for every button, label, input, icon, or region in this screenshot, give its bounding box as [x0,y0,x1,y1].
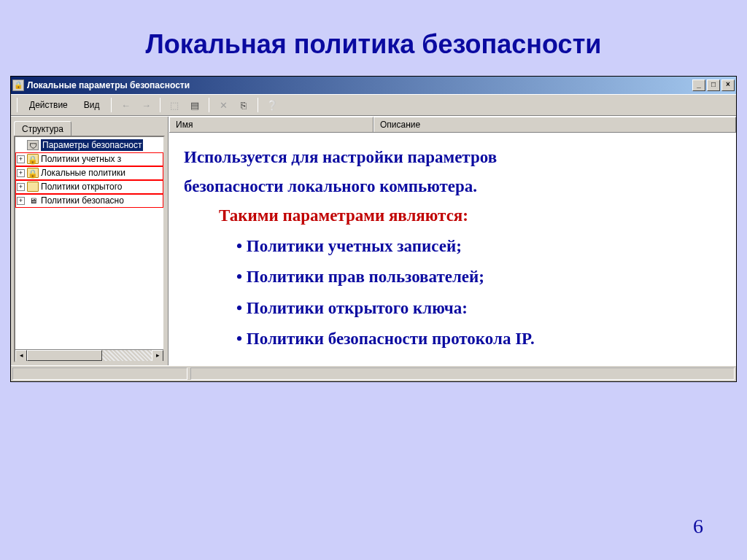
locked-folder-icon: 🔒 [27,154,39,164]
tree-node-local[interactable]: + 🔒 Локальные политики [15,166,163,180]
bullet-item: Политики учетных записей; [236,231,721,262]
back-button[interactable]: ← [117,97,133,113]
node-label: Политики учетных з [41,154,121,164]
shield-icon: 🛡 [27,140,39,150]
delete-icon[interactable]: ✕ [215,97,231,113]
close-button[interactable]: × [721,79,735,91]
scroll-track[interactable] [27,350,152,361]
expander-icon[interactable]: + [17,155,25,163]
ipsec-icon: 🖥 [27,195,39,206]
help-icon[interactable]: ❔ [264,97,280,113]
expander-icon[interactable]: + [17,197,25,205]
window-title: Локальные параметры безопасности [27,80,190,90]
status-cell [12,368,187,380]
up-icon[interactable]: ⬚ [166,97,182,113]
app-window: 🔒 Локальные параметры безопасности _ □ ×… [10,76,737,382]
maximize-button[interactable]: □ [707,79,720,91]
tree-node-root[interactable]: 🛡 Параметры безопасност [15,139,163,152]
expander-icon [17,141,25,149]
status-cell [190,368,735,380]
description-line2: безопасности локального компьютера. [184,172,721,201]
node-label: Политики открытого [41,182,123,192]
menu-view[interactable]: Вид [78,98,106,112]
folder-icon [27,182,39,192]
minimize-button[interactable]: _ [692,79,705,91]
scroll-right-button[interactable]: ▸ [152,350,163,362]
node-label: Локальные политики [41,168,125,178]
properties-icon[interactable]: ▤ [187,97,203,113]
scroll-left-button[interactable]: ◂ [15,350,27,362]
bullet-item: Политики прав пользователей; [236,262,721,293]
tree-node-ipsec[interactable]: + 🖥 Политики безопасно [15,194,163,208]
app-icon: 🔒 [12,79,24,91]
statusbar [11,365,736,381]
toolbar: Действие Вид ← → ⬚ ▤ ✕ ⎘ ❔ [11,94,736,116]
expander-icon[interactable]: + [17,183,25,191]
column-name[interactable]: Имя [169,117,374,132]
slide-title: Локальная политика безопасности [0,0,747,76]
column-desc[interactable]: Описание [374,117,736,132]
expander-icon[interactable]: + [17,169,25,177]
forward-button[interactable]: → [138,97,154,113]
tree-node-publickey[interactable]: + Политики открытого [15,180,163,194]
tree-pane: Структура 🛡 Параметры безопасност + 🔒 По… [11,117,169,365]
node-label: Политики безопасно [41,195,124,206]
bullet-item: Политики безопасности протокола IP. [236,324,721,355]
bullet-item: Политики открытого ключа: [236,293,721,324]
description-line1: Используется для настройки параметров [184,143,721,172]
menu-action[interactable]: Действие [23,98,74,112]
scroll-thumb[interactable] [27,350,102,361]
subheading: Такими параметрами являются: [219,206,721,225]
list-header: Имя Описание [169,117,736,133]
titlebar[interactable]: 🔒 Локальные параметры безопасности _ □ × [11,77,736,94]
content-overlay: Используется для настройки параметров бе… [169,133,736,365]
tree-node-accounts[interactable]: + 🔒 Политики учетных з [15,152,163,166]
node-label: Параметры безопасност [41,139,143,151]
tree-view[interactable]: 🛡 Параметры безопасност + 🔒 Политики уче… [14,136,165,362]
export-icon[interactable]: ⎘ [236,97,252,113]
list-pane: Имя Описание Используется для настройки … [169,117,736,365]
tab-structure[interactable]: Структура [14,121,71,136]
horizontal-scrollbar[interactable]: ◂ ▸ [15,349,163,361]
locked-folder-icon: 🔒 [27,168,39,178]
page-number: 6 [693,515,703,538]
